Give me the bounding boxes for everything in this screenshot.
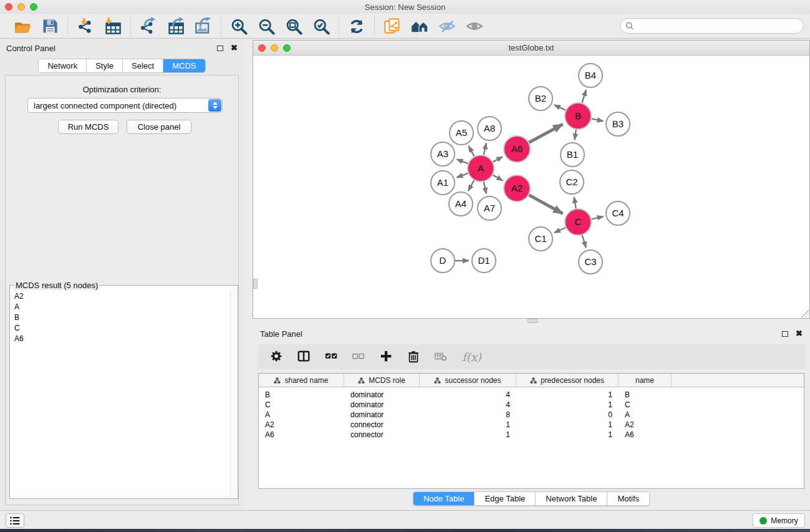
- mcds-result-item[interactable]: A6: [11, 333, 230, 344]
- function-builder-button[interactable]: f(x): [462, 351, 481, 364]
- tab-network[interactable]: Network: [39, 59, 87, 72]
- add-icon: [380, 350, 393, 364]
- network-from-selection-button[interactable]: [381, 16, 403, 36]
- table-row[interactable]: A2connector11A2: [259, 420, 804, 430]
- column-header-predecessor-nodes[interactable]: predecessor nodes: [516, 374, 619, 387]
- run-mcds-button[interactable]: Run MCDS: [58, 120, 118, 134]
- first-neighbors-icon: [411, 17, 428, 35]
- zoom-selected-button[interactable]: [310, 16, 332, 36]
- edge-A-A8[interactable]: [484, 143, 486, 155]
- table-cell: connector: [344, 430, 420, 440]
- tab-mcds[interactable]: MCDS: [163, 59, 205, 72]
- show-all-button[interactable]: [463, 16, 486, 36]
- graph-node-label-D1: D1: [478, 255, 489, 266]
- mcds-result-item[interactable]: C: [11, 322, 230, 333]
- close-panel-button[interactable]: Close panel: [127, 120, 191, 134]
- mcds-result-item[interactable]: B: [11, 312, 230, 322]
- edge-B-B1[interactable]: [574, 130, 576, 140]
- table-row[interactable]: A6connector11A6: [259, 430, 804, 440]
- export-network-button[interactable]: [137, 16, 160, 36]
- tab-node-table[interactable]: Node Table: [413, 492, 475, 505]
- column-header-shared-name[interactable]: shared name: [259, 374, 344, 387]
- zoom-out-button[interactable]: [255, 16, 277, 36]
- task-history-button[interactable]: [6, 513, 24, 528]
- gear-button[interactable]: [270, 350, 284, 364]
- network-from-selection-icon: [383, 17, 401, 35]
- mcds-result-item[interactable]: A: [11, 301, 230, 312]
- search-input[interactable]: [637, 20, 803, 32]
- table-row[interactable]: Cdominator41C: [259, 400, 804, 410]
- zoom-in-button[interactable]: [228, 16, 250, 36]
- tab-motifs[interactable]: Motifs: [607, 492, 649, 505]
- graph-node-label-B: B: [575, 110, 581, 121]
- column-header-successor-nodes[interactable]: successor nodes: [420, 374, 516, 387]
- graph-node-label-B4: B4: [585, 70, 596, 80]
- first-neighbors-button[interactable]: [408, 16, 431, 36]
- edge-B-B4[interactable]: [582, 90, 586, 103]
- network-canvas[interactable]: B4B2BB3A8A5A6A3B1AA1C2A2A4A7C4CC1C3DD1: [253, 56, 809, 318]
- network-view-window: testGlobe.txt B4B2BB3A8A5A6A3B1AA1C2A2A4…: [253, 40, 810, 319]
- edge-C-C2[interactable]: [574, 197, 576, 209]
- result-scrollbar[interactable]: [230, 291, 237, 498]
- zoom-fit-button[interactable]: [282, 16, 305, 36]
- horizontal-splitter-handle[interactable]: [253, 279, 258, 289]
- edge-B-B3[interactable]: [592, 118, 604, 121]
- edge-A-A2[interactable]: [493, 175, 503, 181]
- table-panel-title: Table Panel: [260, 329, 302, 339]
- deselect-all-button[interactable]: [352, 350, 366, 364]
- tree-icon: [358, 377, 365, 384]
- delete-button[interactable]: [407, 350, 421, 364]
- edge-C-C1[interactable]: [554, 228, 566, 233]
- delete-table-button[interactable]: [435, 350, 448, 364]
- edge-C-C4[interactable]: [591, 216, 603, 219]
- edge-A-A1[interactable]: [456, 173, 468, 178]
- import-table-button[interactable]: [102, 16, 124, 36]
- table-panel: Table Panel ✖ f(x) shared nameMCDS roles…: [253, 324, 810, 506]
- edge-A-A5[interactable]: [468, 146, 474, 157]
- open-session-button[interactable]: [11, 16, 34, 36]
- tab-edge-table[interactable]: Edge Table: [475, 492, 536, 505]
- save-session-button[interactable]: [39, 16, 61, 36]
- close-panel-icon[interactable]: ✖: [231, 45, 238, 51]
- tree-icon: [530, 377, 537, 384]
- main-toolbar: [0, 14, 810, 39]
- hide-selected-button[interactable]: [436, 16, 458, 36]
- edge-A-A6[interactable]: [493, 157, 503, 162]
- export-image-button[interactable]: [192, 16, 215, 36]
- table-cell: B: [259, 390, 344, 400]
- tab-network-table[interactable]: Network Table: [536, 492, 607, 505]
- column-header-MCDS-role[interactable]: MCDS role: [344, 374, 420, 387]
- table-float-panel-icon[interactable]: [782, 331, 788, 337]
- select-all-button[interactable]: [325, 350, 339, 364]
- edge-B-B2[interactable]: [554, 105, 566, 110]
- columns-button[interactable]: [297, 350, 311, 364]
- memory-button[interactable]: Memory: [753, 513, 805, 528]
- optimization-dropdown[interactable]: largest connected component (directed): [27, 98, 223, 113]
- column-label: name: [635, 376, 654, 385]
- edge-A2-C[interactable]: [529, 195, 562, 214]
- table-cell: 1: [516, 390, 619, 400]
- table-close-panel-icon[interactable]: ✖: [796, 331, 803, 337]
- table-row[interactable]: Bdominator41B: [259, 390, 804, 400]
- graph-node-label-A3: A3: [437, 148, 448, 159]
- edge-A-A3[interactable]: [456, 159, 468, 163]
- edge-A6-B[interactable]: [529, 124, 562, 142]
- edge-A-A4[interactable]: [468, 180, 474, 191]
- add-button[interactable]: [380, 350, 393, 364]
- tab-style[interactable]: Style: [87, 59, 123, 72]
- mcds-result-item[interactable]: A2: [11, 291, 230, 301]
- table-row[interactable]: Adominator80A: [259, 410, 804, 420]
- refresh-button[interactable]: [345, 16, 368, 36]
- edge-C-C3[interactable]: [582, 235, 586, 248]
- resize-grip-icon[interactable]: [801, 310, 809, 317]
- float-panel-icon[interactable]: [217, 46, 223, 51]
- vertical-splitter-handle[interactable]: [528, 319, 538, 323]
- import-network-button[interactable]: [74, 16, 97, 36]
- column-header-name[interactable]: name: [619, 374, 672, 387]
- tab-select[interactable]: Select: [123, 59, 163, 72]
- gear-icon: [270, 350, 284, 364]
- network-window-title: testGlobe.txt: [253, 43, 809, 52]
- edge-A-A7[interactable]: [484, 181, 486, 193]
- control-panel-title: Control Panel: [6, 44, 55, 53]
- export-table-button[interactable]: [165, 16, 187, 36]
